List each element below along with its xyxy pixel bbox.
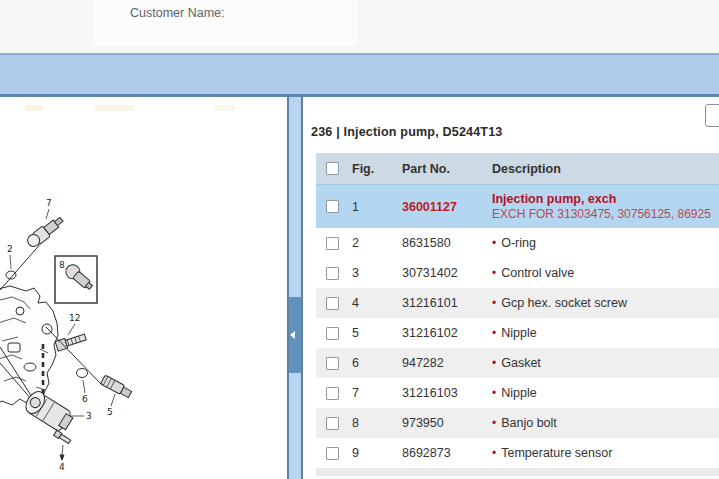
- customer-name-label: Customer Name:: [130, 6, 224, 20]
- callout-3[interactable]: 3: [86, 411, 92, 421]
- table-row[interactable]: 8 973950 •Banjo bolt: [316, 408, 719, 438]
- bullet-icon: •: [492, 386, 496, 400]
- bullet-icon: •: [492, 236, 496, 250]
- description-text: Temperature sensor: [501, 446, 612, 460]
- fig-number: 5: [348, 326, 396, 340]
- row-checkbox[interactable]: [326, 417, 339, 430]
- fig-number: 3: [348, 266, 396, 280]
- description-text: Control valve: [501, 266, 574, 280]
- panel-splitter[interactable]: [289, 97, 301, 479]
- description-cell: •Gcp hex. socket screw: [486, 296, 719, 310]
- part-number: 947282: [396, 356, 486, 370]
- bullet-icon: •: [492, 446, 496, 460]
- fig-number: 9: [348, 446, 396, 460]
- bullet-icon: •: [492, 266, 496, 280]
- description-cell: •Temperature sensor: [486, 446, 719, 460]
- split-panels: 7 2 8 12 6 5 3 4 236 | Injection pump, D…: [0, 97, 719, 479]
- part-number: 8692873: [396, 446, 486, 460]
- description-cell: •O-ring: [486, 236, 719, 250]
- header-part-no: Part No.: [396, 162, 486, 176]
- bullet-icon: •: [492, 296, 496, 310]
- part-number: 30731402: [396, 266, 486, 280]
- row-checkbox[interactable]: [326, 387, 339, 400]
- top-strip: Customer Name:: [0, 0, 719, 53]
- fig-number: 2: [348, 236, 396, 250]
- callout-2[interactable]: 2: [7, 244, 13, 254]
- table-row[interactable]: 5 31216102 •Nipple: [316, 318, 719, 348]
- description-text: Gcp hex. socket screw: [501, 296, 627, 310]
- callout-12[interactable]: 12: [69, 313, 80, 323]
- row-checkbox[interactable]: [326, 200, 339, 213]
- select-all-checkbox[interactable]: [326, 162, 339, 175]
- fig-number: 1: [348, 200, 396, 214]
- diagram-part-7: [25, 214, 65, 249]
- description-text: Gasket: [501, 356, 541, 370]
- section-title: 236 | Injection pump, D5244T13: [311, 125, 503, 139]
- diagram-part-4: [54, 430, 72, 444]
- fig-number: 6: [348, 356, 396, 370]
- callout-6[interactable]: 6: [82, 394, 88, 404]
- callout-5[interactable]: 5: [107, 407, 113, 417]
- table-row[interactable]: 6 947282 •Gasket: [316, 348, 719, 378]
- panel-edge-button[interactable]: [705, 104, 719, 127]
- collapse-left-arrow-icon: [290, 331, 295, 339]
- app-window: Customer Name:: [0, 0, 719, 479]
- description-cell: •Nipple: [486, 386, 719, 400]
- next-row-cutoff: [316, 468, 719, 476]
- part-number: 31216102: [396, 326, 486, 340]
- table-row[interactable]: 7 31216103 •Nipple: [316, 378, 719, 408]
- fig-number: 4: [348, 296, 396, 310]
- description-cell: •Banjo bolt: [486, 416, 719, 430]
- callout-7[interactable]: 7: [46, 198, 52, 208]
- description-text: Nipple: [501, 386, 536, 400]
- fig-number: 8: [348, 416, 396, 430]
- splitter-drag-handle[interactable]: [289, 297, 301, 373]
- row-checkbox[interactable]: [326, 267, 339, 280]
- description-text: O-ring: [501, 236, 536, 250]
- row-checkbox[interactable]: [326, 237, 339, 250]
- part-number: 31216101: [396, 296, 486, 310]
- table-row[interactable]: 1 36001127 Injection pump, exch EXCH FOR…: [316, 184, 719, 228]
- description-cell: •Control valve: [486, 266, 719, 280]
- row-checkbox[interactable]: [326, 447, 339, 460]
- injection-pump-diagram: 7 2 8 12 6 5 3 4: [0, 97, 289, 479]
- bullet-icon: •: [492, 356, 496, 370]
- table-row[interactable]: 2 8631580 •O-ring: [316, 228, 719, 258]
- row-checkbox[interactable]: [326, 327, 339, 340]
- part-number-link[interactable]: 36001127: [396, 200, 486, 214]
- description-text: Nipple: [501, 326, 536, 340]
- faint-watermark: [25, 105, 265, 111]
- diagram-part-5: [101, 375, 133, 398]
- description-text: Banjo bolt: [501, 416, 557, 430]
- bullet-icon: •: [492, 416, 496, 430]
- table-row[interactable]: 4 31216101 •Gcp hex. socket screw: [316, 288, 719, 318]
- description-text: Injection pump, exch: [492, 192, 719, 207]
- exchange-note: EXCH FOR 31303475, 30756125, 86925: [492, 207, 719, 221]
- header-description: Description: [486, 162, 719, 176]
- description-cell: •Gasket: [486, 356, 719, 370]
- callout-4[interactable]: 4: [59, 462, 65, 472]
- diagram-panel: 7 2 8 12 6 5 3 4: [0, 97, 289, 479]
- table-row[interactable]: 9 8692873 •Temperature sensor: [316, 438, 719, 468]
- parts-table: Fig. Part No. Description 1 36001127 Inj…: [316, 153, 719, 476]
- callout-8-inset[interactable]: 8: [59, 260, 65, 270]
- header-fig: Fig.: [348, 162, 396, 176]
- part-number: 973950: [396, 416, 486, 430]
- customer-name-panel: Customer Name:: [93, 0, 357, 46]
- fig-number: 7: [348, 386, 396, 400]
- part-number: 31216103: [396, 386, 486, 400]
- table-header-row: Fig. Part No. Description: [316, 153, 719, 184]
- part-number: 8631580: [396, 236, 486, 250]
- table-row[interactable]: 3 30731402 •Control valve: [316, 258, 719, 288]
- row-checkbox[interactable]: [326, 357, 339, 370]
- toolbar-band: [0, 53, 719, 97]
- select-all-cell: [316, 162, 348, 175]
- description-cell: •Nipple: [486, 326, 719, 340]
- row-checkbox[interactable]: [326, 297, 339, 310]
- description-cell: Injection pump, exch EXCH FOR 31303475, …: [486, 192, 719, 221]
- bullet-icon: •: [492, 326, 496, 340]
- parts-list-panel: 236 | Injection pump, D5244T13 Fig. Part…: [301, 97, 719, 479]
